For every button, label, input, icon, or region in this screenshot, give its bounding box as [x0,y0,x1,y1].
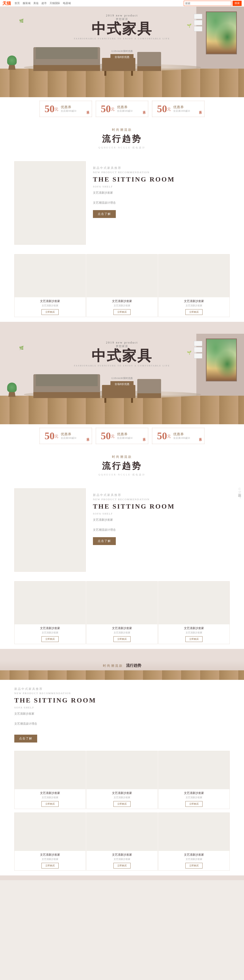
coupon-item-2[interactable]: 50 元 优惠券 全店满500减50 优惠券 [96,101,148,117]
product-rec-subtitle-2: SOFA·SHELF [93,512,230,515]
product-card-info-11: 文艺清新沙发家 文艺清新沙发家 立即购买 [86,851,158,870]
coupon-amount-1: 50 [45,104,54,114]
nav-intl[interactable]: 天猫国际 [49,2,60,5]
trend-label-partial: 时尚潮流款 [103,664,123,667]
product-card-btn-8[interactable]: 立即购买 [113,801,131,807]
section-2: 2019 new product 梦想家居 中式家具 FASHIONABLE F… [0,334,244,654]
product-rec-title-cn: THE SITTING ROOM [93,175,230,183]
coupon-unit-6: 元 [167,434,171,439]
nav-supermarket[interactable]: 超市 [41,2,47,5]
trend-section-2: 时尚潮流款 流行趋势 QQHEUER·NCGLE·优化设计 [0,448,244,481]
product-rec-desc-2: 文艺清新沙发家 [93,517,230,523]
product-rec-btn[interactable]: 点击了解 [93,210,116,218]
coupon-label-6: 优惠券 [173,432,190,436]
coupon-vertical-2: 优惠券 [142,108,146,110]
product-card-7: 文艺清新沙发家 文艺清新沙发家 立即购买 [14,751,86,809]
product-card-btn-5[interactable]: 立即购买 [113,636,131,642]
coupon-vertical-3: 优惠券 [198,108,202,110]
coupon-item-6[interactable]: 50 元 优惠券 全店满1000减50 优惠券 [152,428,204,444]
search-input[interactable] [184,1,231,6]
product-card-img-10 [14,813,86,851]
product-card-12: 文艺清新沙发家 文艺清新沙发家 立即购买 [158,813,230,871]
coupon-label-1: 优惠券 [61,105,76,109]
product-rec-title-cn-2: THE SITTING ROOM [93,503,230,510]
armchair [137,52,161,71]
product-card-name-12: 文艺清新沙发家 [161,853,227,857]
product-grid-row-4: 文艺清新沙发家 文艺清新沙发家 立即购买 文艺清新沙发家 文艺清新沙发家 立即购… [0,811,244,875]
plant-leaves-2 [7,383,17,392]
product-rec-image-1 [14,161,86,245]
nav-electric[interactable]: 电器城 [63,2,71,5]
coupon-item-1[interactable]: 50 元 优惠券 全店满300减50 优惠券 [40,101,92,117]
nav-home[interactable]: 首页 [14,2,20,5]
hero-text-area-2: 2019 new product 梦想家居 中式家具 FASHIONABLE F… [74,341,170,367]
coupon-amount-5: 50 [101,431,111,441]
product-card-cat-9: 文艺清新沙发家 [161,796,227,799]
product-card-cat-11: 文艺清新沙发家 [89,858,155,861]
product-rec-label: 新品中式家具推荐 [93,166,230,170]
product-card-btn-7[interactable]: 立即购买 [41,801,59,807]
product-rec-btn-2[interactable]: 点击了解 [93,537,116,545]
plant-pot [8,65,16,70]
product-card-info-9: 文艺清新沙发家 文艺清新沙发家 立即购买 [158,789,230,809]
painting-inner-2 [207,339,236,381]
product-card-btn-2[interactable]: 立即购买 [113,309,131,315]
coupon-item-4[interactable]: 50 元 优惠券 全店满300减50 优惠券 [40,428,92,444]
product-card-info-3: 文艺清新沙发家 文艺清新沙发家 立即购买 [158,297,230,317]
coupon-vertical-1: 优惠券 [86,108,90,110]
product-card-cat-6: 文艺清新沙发家 [161,631,227,634]
product-card-btn-3[interactable]: 立即购买 [185,309,203,315]
nav-clothing[interactable]: 服装城 [22,2,30,5]
hero-promo-btn-2[interactable]: 全场8折优惠 [110,381,134,387]
hero-promo-btn[interactable]: 全场8折优惠 [110,54,134,60]
product-card-btn-6[interactable]: 立即购买 [185,636,203,642]
search-bar: 搜索 [184,1,242,6]
product-rec-desc: 文艺清新沙发家 [93,190,230,196]
product-card-info-12: 文艺清新沙发家 文艺清新沙发家 立即购买 [158,851,230,870]
product-card-cat-12: 文艺清新沙发家 [161,858,227,861]
coupon-condition-5: 全店满500减50 [117,436,132,440]
product-card-btn-12[interactable]: 立即购买 [185,863,203,869]
product-card-8: 文艺清新沙发家 文艺清新沙发家 立即购买 [86,751,158,809]
product-rec-content-1: 新品中式家具推荐 NEW PRODUCT RECOMMENDATION THE … [93,161,230,218]
hero-promo-2: 12.09-04.08 限时优惠 全场8折优惠 [110,377,134,387]
coupon-item-5[interactable]: 50 元 优惠券 全店满500减50 优惠券 [96,428,148,444]
product-card-btn-4[interactable]: 立即购买 [41,636,59,642]
coupon-item-3[interactable]: 50 元 优惠券 全店满1000减50 优惠券 [152,101,204,117]
coupon-vertical-6: 优惠券 [198,435,202,437]
product-rec-desc2: 文艺潮流设计理念 [93,200,230,205]
product-card-btn-10[interactable]: 立即购买 [41,863,59,869]
product-rec-en: NEW PRODUCT RECOMMENDATION [93,171,230,173]
product-rec-subtitle-3: SOFA·SHELF [14,706,230,709]
hero-dream-2: 梦想家居 [74,344,170,348]
product-card-cat-10: 文艺清新沙发家 [17,858,83,861]
product-card-btn-1[interactable]: 立即购买 [41,309,59,315]
product-rec-2: 新品中式家具推荐 NEW PRODUCT RECOMMENDATION THE … [0,481,244,579]
product-card-cat-3: 文艺清新沙发家 [161,304,227,307]
search-button[interactable]: 搜索 [233,1,242,6]
product-card-name-3: 文艺清新沙发家 [161,299,227,303]
product-card-img-9 [158,751,230,789]
product-card-info-2: 文艺清新沙发家 文艺清新沙发家 立即购买 [86,297,158,317]
top-nav: 首页 服装城 美妆 超市 天猫国际 电器城 [14,2,184,5]
hero-title: 中式家具 [74,21,170,37]
product-card-btn-11[interactable]: 立即购买 [113,863,131,869]
coupon-info-5: 优惠券 全店满500减50 [117,432,132,440]
product-rec-1: 新品中式家具推荐 NEW PRODUCT RECOMMENDATION THE … [0,154,244,252]
coupon-vertical-5: 优惠券 [142,435,146,437]
coupon-condition-1: 全店满300减50 [61,109,76,113]
product-card-img-1 [14,255,86,297]
product-rec-label-2: 新品中式家具推荐 [93,493,230,497]
page-break-2 [0,654,244,661]
product-rec-btn-3[interactable]: 点击了解 [14,735,37,743]
coupon-condition-6: 全店满1000减50 [173,436,190,440]
plant-pot-2 [8,392,16,397]
product-card-6: 文艺清新沙发家 文艺清新沙发家 立即购买 [158,581,230,644]
nav-beauty[interactable]: 美妆 [33,2,38,5]
wall-switch-2 [194,20,202,25]
trend-title: 流行趋势 [0,133,244,145]
wall-switch-1 [194,14,202,19]
product-rec-title-cn-3: THE SITTING ROOM [14,697,230,704]
product-card-btn-9[interactable]: 立即购买 [185,801,203,807]
product-rec-subtitle: SOFA·SHELF [93,185,230,188]
